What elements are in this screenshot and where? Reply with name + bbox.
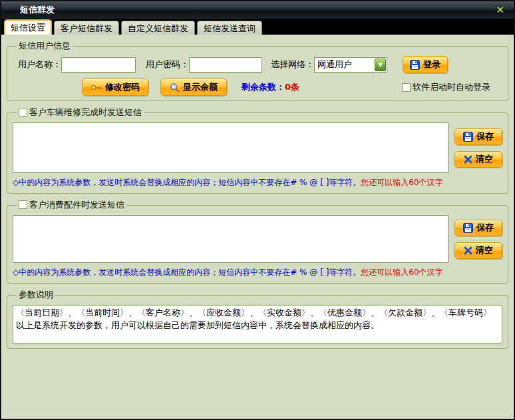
change-password-button[interactable]: 修改密码 <box>82 79 148 96</box>
parts-sms-buttons: 保存 清空 <box>454 215 502 263</box>
repair-sms-note-text: ◇中的内容为系统参数，发送时系统会替换成相应的内容；短信内容中不要存在# % @… <box>13 178 361 187</box>
group-parameter-description: 参数说明 〈当前日期〉、〈当前时间〉、〈客户名称〉、〈应收金额〉、〈实收金额〉、… <box>7 289 508 349</box>
auto-login-checkbox[interactable] <box>402 83 411 92</box>
floppy-disk-icon <box>463 223 473 233</box>
window-title: 短信群发 <box>20 4 55 16</box>
group-parts-sms: 客户消费配件时发送短信 保存 清空 ◇中的内容为系统参数，发送时系统会替换成相应… <box>7 199 508 284</box>
repair-sms-save-button[interactable]: 保存 <box>454 128 502 145</box>
sms-broadcast-window: 短信群发 ✕ 短信设置 客户短信群发 自定义短信群发 短信发送查询 短信用户信息… <box>0 0 515 420</box>
repair-sms-note-highlight: 您还可以输入60个汉字 <box>361 178 442 187</box>
floppy-disk-icon <box>410 60 420 70</box>
parts-sms-note-text: ◇中的内容为系统参数，发送时系统会替换成相应的内容；短信内容中不要存在# % @… <box>13 268 361 277</box>
network-select[interactable]: 网通用户 ▼ <box>314 57 387 73</box>
parts-sms-save-label: 保存 <box>476 222 494 234</box>
parts-sms-body: 保存 清空 <box>13 215 502 263</box>
tab-custom-sms-broadcast[interactable]: 自定义短信群发 <box>121 21 195 35</box>
parts-sms-content-textarea[interactable] <box>13 215 448 263</box>
auto-login-option: 软件启动时自动登录 <box>402 81 490 93</box>
user-info-row-1: 用户名称： 用户密码： 选择网络： 网通用户 ▼ 登录 <box>13 56 502 73</box>
auto-login-label: 软件启动时自动登录 <box>413 81 490 93</box>
parameter-description-text: 〈当前日期〉、〈当前时间〉、〈客户名称〉、〈应收金额〉、〈实收金额〉、〈优惠金额… <box>13 305 502 343</box>
parts-sms-save-button[interactable]: 保存 <box>454 220 502 236</box>
parts-sms-note: ◇中的内容为系统参数，发送时系统会替换成相应的内容；短信内容中不要存在# % @… <box>13 267 502 278</box>
login-button[interactable]: 登录 <box>403 56 448 73</box>
repair-sms-clear-label: 清空 <box>476 153 493 165</box>
password-input[interactable] <box>189 57 262 73</box>
repair-sms-buttons: 保存 清空 <box>454 122 502 173</box>
group-sms-user-info-title: 短信用户信息 <box>17 40 73 52</box>
tab-sms-settings[interactable]: 短信设置 <box>4 19 52 35</box>
repair-sms-body: 保存 清空 <box>13 122 502 173</box>
change-password-button-label: 修改密码 <box>105 81 140 93</box>
group-repair-sms-title: 客户车辆维修完成时发送短信 <box>17 106 144 118</box>
user-info-row-2: 修改密码 显示余额 剩余条数： 0条 软件启动时自动登录 <box>13 79 502 96</box>
key-icon <box>90 83 102 92</box>
chevron-down-icon[interactable]: ▼ <box>375 59 386 71</box>
show-balance-button[interactable]: 显示余额 <box>160 79 227 96</box>
network-label: 选择网络： <box>271 59 314 71</box>
floppy-disk-icon <box>463 132 473 142</box>
repair-sms-save-label: 保存 <box>476 130 494 142</box>
repair-sms-content-textarea[interactable] <box>13 122 448 173</box>
parts-sms-note-highlight: 您还可以输入60个汉字 <box>361 268 442 277</box>
tab-bar: 短信设置 客户短信群发 自定义短信群发 短信发送查询 <box>1 19 514 35</box>
remaining-count-label: 剩余条数： <box>242 81 285 93</box>
tab-sms-send-query[interactable]: 短信发送查询 <box>197 21 262 35</box>
repair-sms-note: ◇中的内容为系统参数，发送时系统会替换成相应的内容；短信内容中不要存在# % @… <box>13 177 502 188</box>
titlebar: 短信群发 ✕ <box>1 1 514 19</box>
parts-sms-title-label: 客户消费配件时发送短信 <box>29 200 124 210</box>
repair-sms-clear-button[interactable]: 清空 <box>454 151 502 168</box>
blue-x-icon <box>464 246 472 255</box>
username-input[interactable] <box>61 57 136 73</box>
remaining-count-value: 0条 <box>285 81 299 93</box>
show-balance-button-label: 显示余额 <box>183 81 218 93</box>
group-parameter-description-title: 参数说明 <box>17 289 55 301</box>
group-parts-sms-title: 客户消费配件时发送短信 <box>17 199 126 211</box>
parts-sms-clear-label: 清空 <box>476 244 493 256</box>
close-icon[interactable]: ✕ <box>493 4 507 17</box>
username-label: 用户名称： <box>18 59 61 71</box>
tab-customer-sms-broadcast[interactable]: 客户短信群发 <box>54 21 119 35</box>
login-button-label: 登录 <box>423 59 440 71</box>
blue-x-icon <box>464 155 472 164</box>
tab-panel-sms-settings: 短信用户信息 用户名称： 用户密码： 选择网络： 网通用户 ▼ 登录 <box>1 35 514 419</box>
password-label: 用户密码： <box>146 59 189 71</box>
parts-sms-clear-button[interactable]: 清空 <box>454 242 502 259</box>
network-selected-value: 网通用户 <box>315 59 375 71</box>
group-sms-user-info: 短信用户信息 用户名称： 用户密码： 选择网络： 网通用户 ▼ 登录 <box>7 40 508 101</box>
repair-sms-enable-checkbox[interactable] <box>19 108 27 116</box>
parts-sms-enable-checkbox[interactable] <box>19 200 27 209</box>
repair-sms-title-label: 客户车辆维修完成时发送短信 <box>29 107 142 117</box>
magnifier-icon <box>170 83 180 93</box>
group-repair-sms: 客户车辆维修完成时发送短信 保存 清空 ◇中的内容为系统参数，发送时系统会替换成… <box>7 106 508 194</box>
